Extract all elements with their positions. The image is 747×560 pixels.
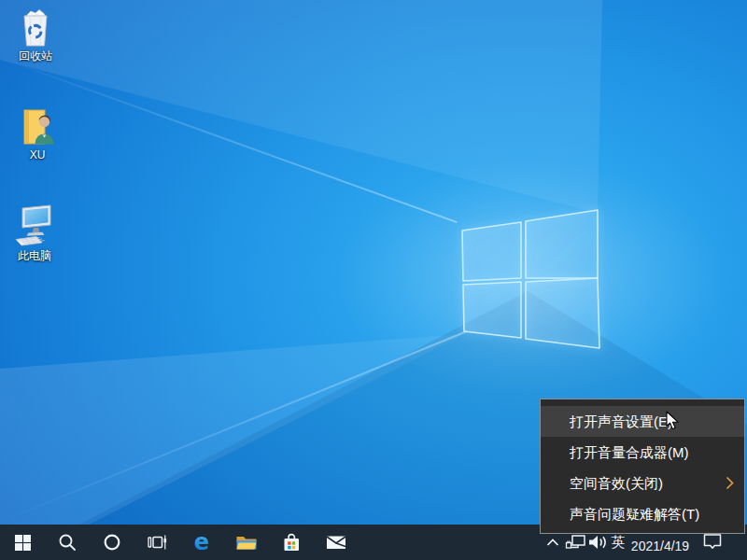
file-explorer-folder-icon [235,533,258,552]
menu-item-troubleshoot-sound[interactable]: 声音问题疑难解答(T) [541,498,744,529]
task-view-icon [148,533,167,552]
mail-button[interactable] [314,525,359,560]
recycle-bin-icon [20,7,51,48]
search-button[interactable] [45,525,90,560]
microsoft-store-icon [280,531,303,553]
file-explorer-button[interactable] [224,525,269,560]
tray-date-label: 2021/4/19 [631,539,689,553]
task-view-button[interactable] [134,525,179,560]
menu-item-label: 声音问题疑难解答(T) [570,506,699,522]
tray-network-ethernet-icon[interactable] [565,535,587,551]
desktop-icon-user-folder[interactable]: XU [7,105,67,161]
ime-language-label: 英 [612,534,626,552]
desktop-icon-label: XU [30,149,46,161]
menu-item-open-sound-settings[interactable]: 打开声音设置(E) [541,406,744,437]
menu-item-spatial-sound[interactable]: 空间音效(关闭) [541,468,744,498]
taskbar-buttons: e [0,525,359,560]
windows-desktop-screen: 回收站 XU [0,0,747,560]
menu-item-label: 空间音效(关闭) [570,475,663,491]
menu-item-label: 打开声音设置(E) [570,413,672,429]
start-windows-icon [15,535,31,551]
svg-text:e: e [194,531,209,553]
tray-chevron-up-icon[interactable] [546,538,559,547]
store-button[interactable] [269,525,314,560]
cortana-button[interactable] [90,525,134,560]
submenu-chevron-right-icon [726,476,734,490]
desktop-icon-recycle-bin[interactable]: 回收站 [6,7,65,63]
volume-context-menu: 打开声音设置(E) 打开音量合成器(M) 空间音效(关闭) 声音问题疑难解答(T… [540,399,745,534]
cortana-circle-icon [103,533,121,552]
menu-item-label: 打开音量合成器(M) [570,444,689,460]
desktop-icon-label: 此电脑 [18,250,51,262]
edge-button[interactable]: e [179,525,224,560]
user-folder-icon [19,105,56,147]
this-pc-icon [14,203,55,247]
menu-item-open-volume-mixer[interactable]: 打开音量合成器(M) [541,437,744,468]
tray-volume-icon[interactable] [587,535,608,550]
desktop-icon-this-pc[interactable]: 此电脑 [5,203,64,262]
search-icon [58,533,77,552]
edge-browser-icon: e [191,531,212,553]
desktop-icon-label: 回收站 [19,50,52,63]
mail-envelope-icon [325,533,347,552]
start-button[interactable] [0,525,45,560]
tray-action-center-icon[interactable] [702,533,723,550]
